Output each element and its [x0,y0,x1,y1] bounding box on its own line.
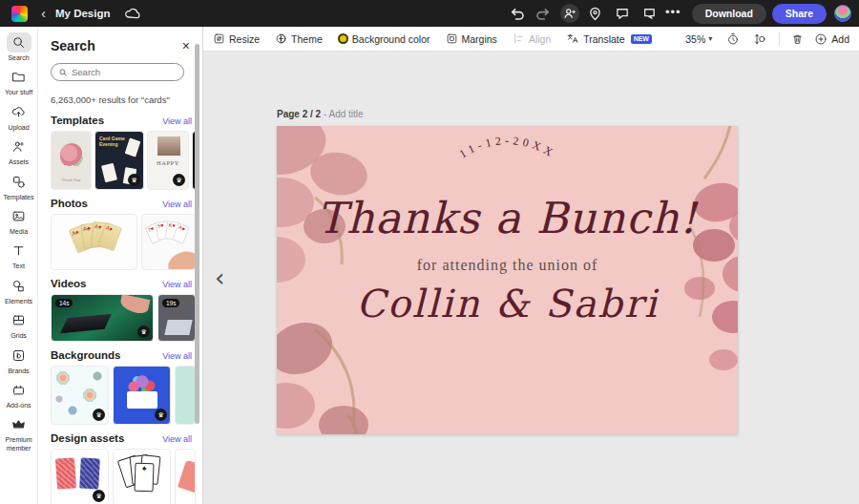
margins-icon [446,32,458,45]
close-icon[interactable]: × [180,38,192,53]
undo-icon[interactable] [507,3,528,24]
left-rail: Search Your stuff Upload Assets [0,27,38,504]
search-input-wrap[interactable] [51,63,184,81]
design-assets-view-all-link[interactable]: View all [162,434,192,444]
redo-icon[interactable] [534,3,555,24]
resize-button[interactable]: Resize [213,32,260,45]
panel-scrollbar[interactable] [195,44,199,424]
asset-thumb-royal-flush[interactable]: ♠ [113,449,171,504]
sidebar-item-grids[interactable]: Grids [0,310,38,340]
background-color-swatch [338,33,348,44]
videos-view-all-link[interactable]: View all [162,280,192,289]
margins-button[interactable]: Margins [446,32,497,45]
sidebar-item-text[interactable]: Text [0,241,38,270]
background-thumb-cut[interactable] [175,366,196,425]
sidebar-item-elements[interactable]: Elements [0,276,38,305]
comment-icon[interactable] [612,3,633,24]
media-image-icon [7,206,31,226]
templates-row: Thank You Card Game Evening ♛ HAPPY ♛ [51,131,196,190]
sidebar-item-assets[interactable]: Assets [0,136,38,166]
asset-thumb-card-backs[interactable]: ♛ [51,449,109,504]
photos-view-all-link[interactable]: View all [162,200,192,209]
elements-shapes-icon [7,276,31,296]
theme-icon [275,32,287,45]
design-assets-section-title: Design assets [51,432,162,444]
download-button[interactable]: Download [692,4,766,24]
premium-crown-badge: ♛ [137,326,150,338]
asset-thumb-cut[interactable] [175,449,196,504]
names-text[interactable]: Collin & Sabri [277,282,738,326]
brands-icon [7,346,31,366]
template-thumb-happy[interactable]: HAPPY ♛ [147,131,189,190]
share-button[interactable]: Share [772,4,827,24]
upload-cloud-icon [7,102,31,122]
photo-thumb-aces[interactable]: A♠ A♣ A♥ A♦ [51,214,137,270]
design-canvas-page[interactable]: 11-12-20XX Thanks a Bunch! for attending… [277,126,738,434]
search-icon [7,32,31,52]
more-options-icon[interactable]: ••• [665,5,681,19]
sidebar-item-media[interactable]: Media [0,206,38,236]
theme-button[interactable]: Theme [275,32,323,45]
cloud-sync-icon[interactable] [122,3,143,24]
sidebar-item-premium-member[interactable]: Premium member [0,414,38,452]
align-icon [513,32,525,45]
template-thumb-thank-you[interactable]: Thank You [51,131,92,190]
backgrounds-section-title: Backgrounds [51,349,162,361]
location-pin-icon[interactable] [585,3,606,24]
video-duration-badge: 14s [55,299,73,307]
search-input-icon [58,68,68,77]
feedback-bubble-icon[interactable] [639,3,660,24]
subline-text[interactable]: for attending the union of [277,257,738,274]
background-thumb-rainbow-pattern[interactable]: ♛ [51,366,109,425]
premium-crown-badge: ♛ [93,490,105,502]
invite-collaborator-icon[interactable] [560,4,579,23]
sidebar-item-upload[interactable]: Upload [0,102,38,132]
photo-thumb-hand-of-cards[interactable]: 7♥ 5♥ K♥ A♥ [141,214,196,270]
document-title[interactable]: My Design [55,8,111,19]
videos-row: 14s ♛ 19s [51,294,196,342]
previous-page-chevron-icon[interactable]: ‹ [215,265,224,290]
folder-icon [7,67,31,87]
video-thumb-laptop[interactable]: 19s [157,294,196,342]
translate-button[interactable]: Translate NEW [566,32,652,45]
templates-view-all-link[interactable]: View all [162,116,192,126]
arched-date-text[interactable]: 11-12-20XX [393,132,622,191]
photo-art [157,136,180,156]
canvas-toolbar: Resize Theme Background color Margins Al… [203,27,859,52]
template-thumb-card-game[interactable]: Card Game Evening ♛ [94,131,144,190]
app-body: Search Your stuff Upload Assets [0,27,859,504]
person-assets-icon [7,136,31,157]
animate-reorder-icon[interactable] [750,30,769,49]
flower-art [60,143,83,168]
search-input[interactable] [72,67,167,77]
sidebar-item-add-ons[interactable]: Add-ons [0,380,38,410]
zoom-level-control[interactable]: 35% ▾ [685,33,712,45]
adobe-express-app: ‹ My Design ••• Download Share [0,0,859,504]
delete-page-trash-icon[interactable] [787,30,807,49]
results-count-text: 6,263,000+ results for "cards" [51,94,202,105]
background-color-button[interactable]: Background color [338,33,430,45]
plus-circle-icon [814,32,828,46]
add-page-button[interactable]: Add [814,32,849,46]
video-thumb-card-shuffle[interactable]: 14s ♛ [51,294,154,342]
timer-duration-icon[interactable] [723,30,743,49]
templates-section-title: Templates [51,115,162,126]
headline-text[interactable]: Thanks a Bunch! [277,193,738,243]
text-icon [7,241,31,261]
card-content: 11-12-20XX Thanks a Bunch! for attending… [277,132,738,434]
user-avatar[interactable] [834,5,851,22]
premium-crown-badge: ♛ [173,174,185,186]
search-panel: Search × 6,263,000+ results for "cards" … [38,27,203,504]
add-title-hint[interactable]: - Add title [324,109,364,119]
backgrounds-view-all-link[interactable]: View all [162,351,192,361]
back-chevron-icon[interactable]: ‹ [41,5,46,21]
sidebar-item-templates[interactable]: Templates [0,172,38,201]
adobe-express-logo-icon[interactable] [11,6,28,22]
sidebar-item-your-stuff[interactable]: Your stuff [0,67,38,96]
background-thumb-flower-envelope[interactable]: ♛ [113,366,171,425]
svg-text:11-12-20XX: 11-12-20XX [456,134,557,161]
sidebar-item-search[interactable]: Search [0,32,38,62]
sidebar-item-brands[interactable]: Brands [0,346,38,375]
zoom-level-value: 35% [685,33,705,45]
page-label[interactable]: Page 2 / 2 - Add title [277,109,364,119]
